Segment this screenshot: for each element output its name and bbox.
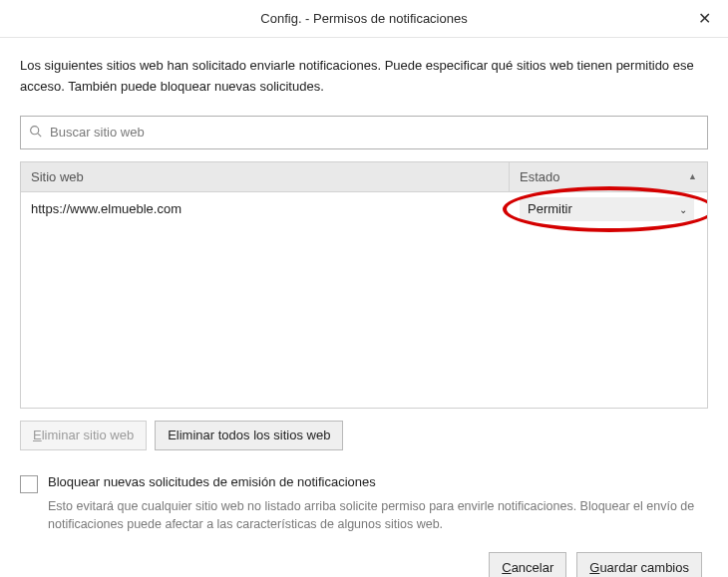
block-new-requests-label: Bloquear nuevas solicitudes de emisión d… bbox=[48, 474, 376, 489]
intro-text: Los siguientes sitios web han solicitado… bbox=[20, 56, 708, 98]
save-changes-button[interactable]: Guardar cambios bbox=[576, 552, 702, 577]
table-row[interactable]: https://www.elmueble.com Permitir ⌄ bbox=[21, 192, 707, 226]
search-field-wrap[interactable] bbox=[20, 116, 708, 149]
window-title: Config. - Permisos de notificaciones bbox=[260, 11, 467, 26]
column-header-site[interactable]: Sitio web bbox=[21, 162, 510, 191]
block-new-requests-checkbox[interactable] bbox=[20, 475, 38, 493]
svg-point-0 bbox=[31, 126, 39, 134]
state-dropdown[interactable]: Permitir bbox=[520, 197, 694, 221]
table-header: Sitio web Estado ▲ bbox=[21, 162, 707, 192]
cell-site: https://www.elmueble.com bbox=[21, 201, 510, 216]
remove-buttons-row: Eliminar sitio web Eliminar todos los si… bbox=[20, 421, 708, 450]
svg-line-1 bbox=[38, 134, 41, 137]
permissions-table: Sitio web Estado ▲ https://www.elmueble.… bbox=[20, 161, 708, 409]
close-icon: ✕ bbox=[698, 9, 711, 28]
column-header-state[interactable]: Estado ▲ bbox=[510, 162, 707, 191]
close-button[interactable]: ✕ bbox=[694, 8, 714, 28]
remove-site-button: Eliminar sitio web bbox=[20, 421, 147, 450]
sort-caret-icon: ▲ bbox=[688, 171, 697, 181]
block-new-requests-row: Bloquear nuevas solicitudes de emisión d… bbox=[20, 474, 708, 493]
cancel-button[interactable]: Cancelar bbox=[489, 552, 566, 577]
dialog-footer: Cancelar Guardar cambios bbox=[20, 552, 708, 577]
titlebar: Config. - Permisos de notificaciones ✕ bbox=[0, 0, 728, 38]
search-icon bbox=[29, 125, 42, 141]
cell-state: Permitir ⌄ bbox=[510, 197, 707, 221]
block-new-requests-description: Esto evitará que cualquier sitio web no … bbox=[48, 497, 706, 535]
search-input[interactable] bbox=[48, 124, 699, 141]
remove-all-sites-button[interactable]: Eliminar todos los sitios web bbox=[155, 421, 343, 450]
